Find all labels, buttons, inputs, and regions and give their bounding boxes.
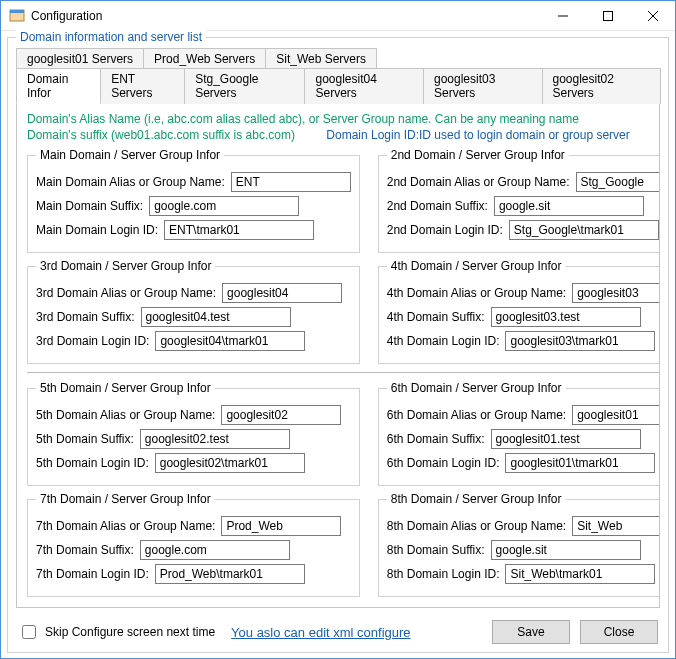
- close-button[interactable]: Close: [580, 620, 658, 644]
- field-label-alias: Main Domain Alias or Group Name:: [36, 175, 225, 189]
- divider: [27, 372, 660, 373]
- domain-group-6th: 6th Domain / Server Group Infor6th Domai…: [378, 381, 660, 486]
- tab-googlesit01-servers[interactable]: googlesit01 Servers: [16, 48, 144, 69]
- field-row-suffix: Main Domain Suffix:: [36, 196, 351, 216]
- domain-group-5th: 5th Domain / Server Group Infor5th Domai…: [27, 381, 360, 486]
- tab-sit-web-servers[interactable]: Sit_Web Servers: [265, 48, 377, 69]
- field-label-alias: 2nd Domain Alias or Group Name:: [387, 175, 570, 189]
- field-row-login: 2nd Domain Login ID:: [387, 220, 660, 240]
- domain-legend: 7th Domain / Server Group Infor: [36, 492, 215, 506]
- 8th-login-input[interactable]: [505, 564, 655, 584]
- field-row-suffix: 6th Domain Suffix:: [387, 429, 660, 449]
- field-row-alias: 4th Domain Alias or Group Name:: [387, 283, 660, 303]
- main-login-input[interactable]: [164, 220, 314, 240]
- 8th-alias-input[interactable]: [572, 516, 660, 536]
- 6th-login-input[interactable]: [505, 453, 655, 473]
- 2nd-alias-input[interactable]: [576, 172, 660, 192]
- field-label-alias: 8th Domain Alias or Group Name:: [387, 519, 566, 533]
- 3rd-login-input[interactable]: [155, 331, 305, 351]
- titlebar: Configuration: [1, 1, 675, 31]
- field-row-login: 4th Domain Login ID:: [387, 331, 660, 351]
- 8th-suffix-input[interactable]: [491, 540, 641, 560]
- close-window-button[interactable]: [630, 1, 675, 30]
- domain-legend: 4th Domain / Server Group Infor: [387, 259, 566, 273]
- field-label-login: 8th Domain Login ID:: [387, 567, 500, 581]
- field-row-suffix: 7th Domain Suffix:: [36, 540, 351, 560]
- field-label-suffix: 6th Domain Suffix:: [387, 432, 485, 446]
- tab-googlesit02-servers[interactable]: googlesit02 Servers: [542, 68, 662, 104]
- save-button[interactable]: Save: [492, 620, 570, 644]
- main-suffix-input[interactable]: [149, 196, 299, 216]
- 4th-login-input[interactable]: [505, 331, 655, 351]
- 4th-suffix-input[interactable]: [491, 307, 641, 327]
- field-row-login: 8th Domain Login ID:: [387, 564, 660, 584]
- app-icon: [9, 8, 25, 24]
- hint-login: Domain Login ID:ID used to login domain …: [326, 128, 630, 142]
- skip-configure-checkbox-wrap[interactable]: Skip Configure screen next time: [18, 622, 215, 642]
- field-row-login: 7th Domain Login ID:: [36, 564, 351, 584]
- domain-group-3rd: 3rd Domain / Server Group Infor3rd Domai…: [27, 259, 360, 364]
- field-row-suffix: 5th Domain Suffix:: [36, 429, 351, 449]
- tab-stg-google-servers[interactable]: Stg_Google Servers: [184, 68, 305, 104]
- field-label-suffix: 7th Domain Suffix:: [36, 543, 134, 557]
- 6th-alias-input[interactable]: [572, 405, 660, 425]
- 4th-alias-input[interactable]: [572, 283, 660, 303]
- field-label-alias: 5th Domain Alias or Group Name:: [36, 408, 215, 422]
- domain-group-2nd: 2nd Domain / Server Group Infor2nd Domai…: [378, 148, 660, 253]
- field-row-alias: Main Domain Alias or Group Name:: [36, 172, 351, 192]
- field-row-alias: 2nd Domain Alias or Group Name:: [387, 172, 660, 192]
- field-row-alias: 7th Domain Alias or Group Name:: [36, 516, 351, 536]
- tab-ent-servers[interactable]: ENT Servers: [100, 68, 185, 104]
- field-label-suffix: 4th Domain Suffix:: [387, 310, 485, 324]
- field-row-login: 5th Domain Login ID:: [36, 453, 351, 473]
- 5th-suffix-input[interactable]: [140, 429, 290, 449]
- field-row-suffix: 2nd Domain Suffix:: [387, 196, 660, 216]
- domain-group-8th: 8th Domain / Server Group Infor8th Domai…: [378, 492, 660, 597]
- 7th-suffix-input[interactable]: [140, 540, 290, 560]
- field-row-alias: 8th Domain Alias or Group Name:: [387, 516, 660, 536]
- field-row-suffix: 3rd Domain Suffix:: [36, 307, 351, 327]
- skip-configure-label: Skip Configure screen next time: [45, 625, 215, 639]
- field-label-login: 6th Domain Login ID:: [387, 456, 500, 470]
- 5th-login-input[interactable]: [155, 453, 305, 473]
- field-label-alias: 4th Domain Alias or Group Name:: [387, 286, 566, 300]
- field-label-suffix: 2nd Domain Suffix:: [387, 199, 488, 213]
- 2nd-login-input[interactable]: [509, 220, 659, 240]
- field-label-alias: 7th Domain Alias or Group Name:: [36, 519, 215, 533]
- main-groupbox: Domain information and server list googl…: [7, 37, 669, 653]
- field-row-alias: 3rd Domain Alias or Group Name:: [36, 283, 351, 303]
- 5th-alias-input[interactable]: [221, 405, 341, 425]
- field-label-alias: 3rd Domain Alias or Group Name:: [36, 286, 216, 300]
- window-title: Configuration: [31, 9, 102, 23]
- tab-domain-infor[interactable]: Domain Infor: [16, 68, 101, 104]
- domain-legend: 3rd Domain / Server Group Infor: [36, 259, 215, 273]
- field-label-login: Main Domain Login ID:: [36, 223, 158, 237]
- field-row-login: 3rd Domain Login ID:: [36, 331, 351, 351]
- hint-suffix: Domain's suffix (web01.abc.com suffix is…: [27, 128, 295, 142]
- field-row-login: Main Domain Login ID:: [36, 220, 351, 240]
- 3rd-alias-input[interactable]: [222, 283, 342, 303]
- 6th-suffix-input[interactable]: [491, 429, 641, 449]
- 7th-alias-input[interactable]: [221, 516, 341, 536]
- skip-configure-checkbox[interactable]: [22, 625, 36, 639]
- tab-googlesit04-servers[interactable]: googlesit04 Servers: [304, 68, 424, 104]
- field-row-suffix: 4th Domain Suffix:: [387, 307, 660, 327]
- field-label-login: 4th Domain Login ID:: [387, 334, 500, 348]
- tab-prod-web-servers[interactable]: Prod_Web Servers: [143, 48, 266, 69]
- field-label-suffix: 3rd Domain Suffix:: [36, 310, 135, 324]
- field-label-login: 2nd Domain Login ID:: [387, 223, 503, 237]
- minimize-button[interactable]: [540, 1, 585, 30]
- hint-suffix-login: Domain's suffix (web01.abc.com suffix is…: [27, 128, 649, 142]
- 2nd-suffix-input[interactable]: [494, 196, 644, 216]
- field-label-login: 7th Domain Login ID:: [36, 567, 149, 581]
- hint-alias: Domain's Alias Name (i.e, abc.com alias …: [27, 112, 649, 126]
- main-alias-input[interactable]: [231, 172, 351, 192]
- domain-legend: Main Domain / Server Group Infor: [36, 148, 224, 162]
- 7th-login-input[interactable]: [155, 564, 305, 584]
- tab-googlesit03-servers[interactable]: googlesit03 Servers: [423, 68, 543, 104]
- groupbox-legend: Domain information and server list: [16, 30, 206, 44]
- maximize-button[interactable]: [585, 1, 630, 30]
- edit-xml-link[interactable]: You aslo can edit xml configure: [231, 625, 410, 640]
- 3rd-suffix-input[interactable]: [141, 307, 291, 327]
- field-label-suffix: 5th Domain Suffix:: [36, 432, 134, 446]
